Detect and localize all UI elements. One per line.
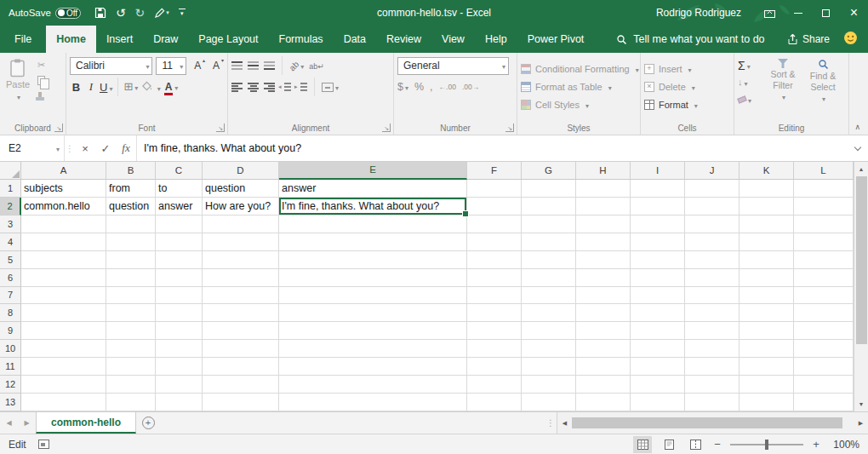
cell-D10[interactable] [203,340,279,358]
accounting-format-button[interactable]: $ [397,81,408,93]
zoom-slider[interactable] [730,444,803,445]
tab-formulas[interactable]: Formulas [269,26,334,53]
decrease-font-size-button[interactable]: A [208,60,224,72]
cell-I9[interactable] [631,322,685,340]
cell-F11[interactable] [467,358,522,376]
scroll-left-arrow-icon[interactable]: ◀ [557,412,572,434]
cell-I13[interactable] [631,394,685,411]
cell-L3[interactable] [794,216,854,233]
cell-E7[interactable] [279,287,467,305]
tab-data[interactable]: Data [334,26,376,53]
merge-center-button[interactable] [322,81,339,93]
cell-L11[interactable] [794,358,854,376]
font-dialog-launcher[interactable] [216,124,225,132]
cell-F9[interactable] [467,322,522,340]
cell-C8[interactable] [156,304,203,322]
cell-G13[interactable] [522,394,576,411]
column-header-C[interactable]: C [156,162,203,180]
collapse-ribbon-button[interactable] [854,123,860,131]
number-format-combo[interactable]: General [397,57,509,75]
close-button[interactable]: × [840,0,868,26]
cell-D3[interactable] [203,216,279,233]
copy-button[interactable] [37,76,45,85]
fill-color-button[interactable] [141,81,160,94]
cell-F3[interactable] [467,216,522,233]
cell-L8[interactable] [794,304,854,322]
column-header-L[interactable]: L [794,162,854,180]
cell-H2[interactable] [576,198,631,216]
scroll-down-arrow-icon[interactable]: ▼ [854,397,868,411]
cell-E9[interactable] [279,322,467,340]
new-sheet-button[interactable]: + [136,412,160,434]
cell-A6[interactable] [21,269,106,287]
cell-D7[interactable] [203,287,279,305]
paste-button[interactable]: Paste [3,56,32,101]
undo-button[interactable]: ↺ [116,7,126,19]
cell-A1[interactable]: subjects [21,180,106,198]
row-header-13[interactable]: 13 [0,394,21,411]
increase-font-size-button[interactable]: A [190,60,205,72]
align-middle-button[interactable] [248,61,259,71]
zoom-level[interactable]: 100% [829,439,859,451]
cell-G12[interactable] [522,376,576,394]
delete-cells-button[interactable]: Delete [644,78,730,95]
cell-F7[interactable] [467,287,522,305]
cell-C10[interactable] [156,340,203,358]
cell-F6[interactable] [467,269,522,287]
cell-C6[interactable] [156,269,203,287]
cell-E10[interactable] [279,340,467,358]
cell-A7[interactable] [21,287,106,305]
row-header-3[interactable]: 3 [0,216,21,233]
cell-L2[interactable] [794,198,854,216]
cell-H8[interactable] [576,304,631,322]
horizontal-scroll-track[interactable] [572,412,854,434]
italic-button[interactable]: I [86,80,96,94]
cell-L7[interactable] [794,287,854,305]
borders-button[interactable]: ⊞ [123,81,138,93]
insert-cells-button[interactable]: Insert [644,60,730,77]
cell-J8[interactable] [685,304,740,322]
row-header-12[interactable]: 12 [0,376,21,394]
number-dialog-launcher[interactable] [505,124,514,132]
column-header-H[interactable]: H [576,162,631,180]
cell-H6[interactable] [576,269,631,287]
redo-button[interactable]: ↻ [135,7,146,19]
cell-H5[interactable] [576,251,631,269]
cell-F12[interactable] [467,376,522,394]
orientation-button[interactable]: ab [289,60,304,72]
cell-H12[interactable] [576,376,631,394]
share-button[interactable]: Share [787,33,830,45]
tab-help[interactable]: Help [475,26,517,53]
cell-E1[interactable]: answer [279,180,467,198]
cell-styles-button[interactable]: Cell Styles [521,96,637,112]
cell-I3[interactable] [631,216,685,233]
cell-H4[interactable] [576,233,631,251]
cell-I11[interactable] [631,358,685,376]
cell-I4[interactable] [631,233,685,251]
row-header-8[interactable]: 8 [0,304,21,322]
find-select-button[interactable]: Find & Select [804,56,842,106]
cell-A10[interactable] [21,340,106,358]
cell-B8[interactable] [106,304,156,322]
clipboard-dialog-launcher[interactable] [54,124,63,132]
cell-G2[interactable] [522,198,576,216]
cell-J4[interactable] [685,233,740,251]
decrease-indent-button[interactable] [280,83,291,92]
conditional-formatting-button[interactable]: Conditional Formatting [521,60,637,77]
maximize-button[interactable] [812,0,840,26]
alignment-dialog-launcher[interactable] [382,124,391,132]
cell-L6[interactable] [794,269,854,287]
name-box[interactable]: E2 [0,135,65,161]
percent-style-button[interactable]: % [414,81,424,93]
cancel-entry-button[interactable]: × [75,135,95,161]
cell-B12[interactable] [106,376,156,394]
cell-J9[interactable] [685,322,740,340]
cell-C12[interactable] [156,376,203,394]
customize-qat-button[interactable] [179,9,186,17]
column-header-B[interactable]: B [106,162,156,180]
cell-G3[interactable] [522,216,576,233]
tab-draw[interactable]: Draw [143,26,188,53]
row-header-1[interactable]: 1 [0,180,21,198]
cell-D12[interactable] [203,376,279,394]
column-header-A[interactable]: A [21,162,106,180]
